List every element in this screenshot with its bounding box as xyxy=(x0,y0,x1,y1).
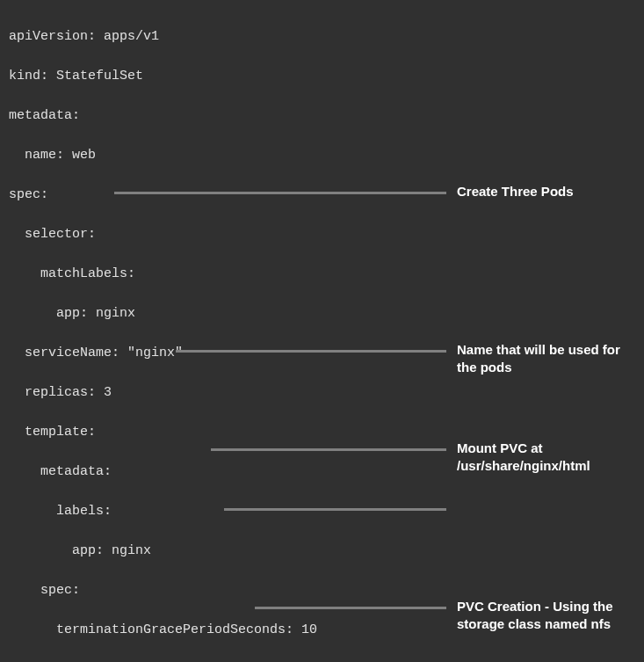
annotation-name: Name that will be used for the pods xyxy=(457,341,633,375)
code-line: matchLabels: xyxy=(9,265,635,285)
yaml-code-block: apiVersion: apps/v1 kind: StatefulSet me… xyxy=(0,0,644,662)
code-line: selector: xyxy=(9,225,635,245)
code-line: apiVersion: apps/v1 xyxy=(9,27,635,47)
code-line: replicas: 3 xyxy=(9,383,635,404)
annotation-replicas: Create Three Pods xyxy=(457,183,633,200)
connector-line xyxy=(224,508,446,511)
code-line: name: web xyxy=(9,146,635,166)
code-line: metadata: xyxy=(9,106,635,127)
annotation-pvc: PVC Creation - Using the storage class n… xyxy=(457,598,633,632)
code-line: labels: xyxy=(9,502,635,522)
code-line: kind: StatefulSet xyxy=(9,67,635,87)
connector-line xyxy=(176,350,446,353)
annotation-text: PVC Creation - Using the storage class n… xyxy=(457,599,613,631)
connector-line xyxy=(255,607,446,609)
connector-line xyxy=(114,192,446,194)
annotation-volumemounts: Mount PVC at /usr/share/nginx/html xyxy=(457,440,641,474)
connector-line xyxy=(211,448,446,451)
annotation-text: Name that will be used for the pods xyxy=(457,342,620,375)
code-line: app: nginx xyxy=(9,304,635,324)
code-line: app: nginx xyxy=(9,542,635,562)
annotation-text: Mount PVC at /usr/share/nginx/html xyxy=(457,440,590,473)
annotation-text: Create Three Pods xyxy=(457,184,574,199)
